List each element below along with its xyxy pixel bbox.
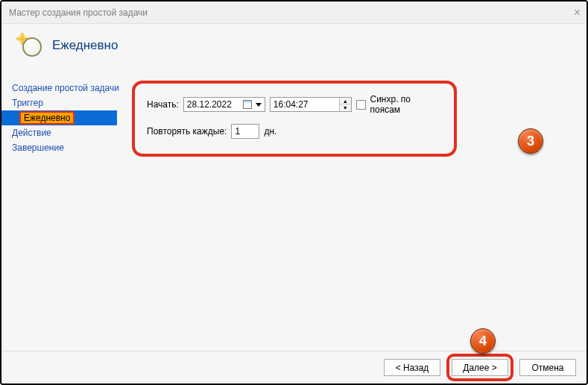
chevron-down-icon[interactable] (256, 103, 262, 107)
sidebar-item-daily[interactable]: Ежедневно (1, 110, 117, 125)
window-title: Мастер создания простой задачи (9, 7, 148, 18)
sidebar-item-daily-label: Ежедневно (19, 111, 75, 125)
settings-highlight-frame: Начать: 28.12.2022 16:04:27 ▲▼ Синхр. по… (132, 81, 457, 157)
recur-unit-label: дн. (264, 126, 276, 137)
annotation-badge-4: 4 (470, 328, 496, 354)
recur-days-field[interactable]: 1 (231, 124, 259, 139)
sync-timezones-checkbox[interactable] (356, 100, 366, 110)
start-time-field[interactable]: 16:04:27 ▲▼ (270, 97, 352, 112)
start-date-value: 28.12.2022 (187, 99, 232, 110)
sidebar-item-finish[interactable]: Завершение (1, 140, 117, 155)
back-button[interactable]: < Назад (384, 359, 440, 376)
recur-label: Повторять каждые: (147, 126, 227, 137)
start-time-value: 16:04:27 (274, 99, 309, 110)
sidebar-item-trigger[interactable]: Триггер (1, 96, 117, 110)
window-titlebar: Мастер создания простой задачи × (1, 1, 587, 24)
calendar-icon (243, 100, 252, 109)
cancel-button[interactable]: Отмена (519, 359, 576, 376)
wizard-steps-sidebar: Создание простой задачи Триггер Ежедневн… (1, 67, 117, 351)
sidebar-item-create-task[interactable]: Создание простой задачи (1, 81, 117, 96)
start-date-field[interactable]: 28.12.2022 (183, 97, 265, 112)
start-label: Начать: (147, 99, 179, 110)
wizard-footer: < Назад Далее > Отмена 4 (1, 351, 587, 384)
page-title: Ежедневно (52, 38, 118, 53)
time-spinner[interactable]: ▲▼ (339, 98, 351, 111)
next-button[interactable]: Далее > (452, 359, 508, 376)
sidebar-item-action[interactable]: Действие (1, 125, 117, 140)
sync-timezones-label: Синхр. по поясам (370, 94, 443, 115)
close-icon[interactable]: × (574, 6, 581, 19)
task-wizard-icon (16, 33, 43, 58)
wizard-header: Ежедневно (1, 24, 587, 67)
next-button-highlight: Далее > (446, 354, 513, 381)
annotation-badge-3: 3 (518, 128, 543, 154)
